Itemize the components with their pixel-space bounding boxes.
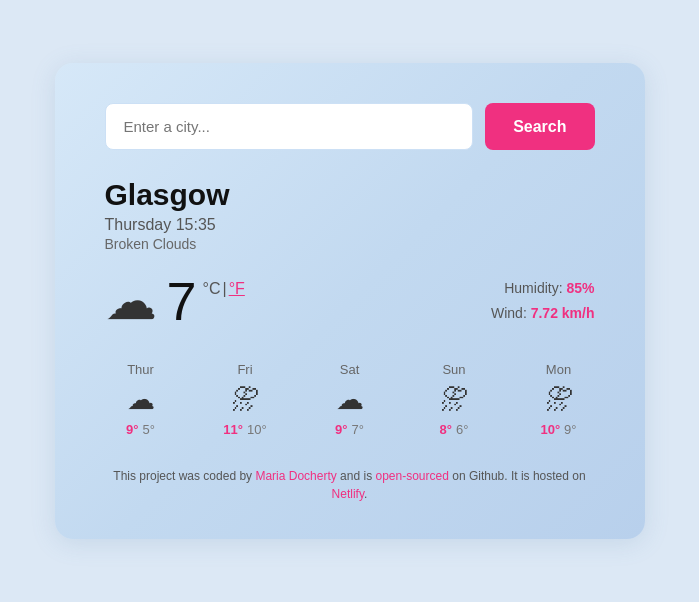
unit-celsius: °C — [203, 280, 221, 298]
city-name: Glasgow — [105, 178, 595, 212]
forecast-temp-low: 10° — [247, 422, 267, 437]
forecast-day: Mon ⛈ 10° 9° — [523, 362, 595, 437]
forecast-temp-low: 9° — [564, 422, 576, 437]
forecast-temp-low: 6° — [456, 422, 468, 437]
search-input[interactable] — [105, 103, 474, 150]
current-left: ☁ 7 °C | °F — [105, 270, 245, 332]
wind-value: 7.72 km/h — [531, 305, 595, 321]
forecast-day-label: Thur — [127, 362, 154, 377]
footer-on-github: on Github. It is hosted on — [449, 469, 586, 483]
forecast-weather-icon: ⛈ — [231, 383, 259, 416]
temp-value: 7 — [167, 270, 197, 332]
forecast-weather-icon: ⛈ — [545, 383, 573, 416]
footer-opensource-link[interactable]: open-sourced — [375, 469, 448, 483]
forecast-row: Thur ☁ 9° 5° Fri ⛈ 11° 10° Sat ☁ 9° 7° S… — [105, 362, 595, 437]
weather-description: Broken Clouds — [105, 236, 595, 252]
wind-row: Wind: 7.72 km/h — [491, 301, 595, 326]
forecast-temps: 8° 6° — [440, 422, 469, 437]
forecast-temp-high: 10° — [540, 422, 560, 437]
wind-label: Wind: — [491, 305, 527, 321]
humidity-row: Humidity: 85% — [491, 276, 595, 301]
footer-suffix: . — [364, 487, 367, 501]
humidity-label: Humidity: — [504, 280, 562, 296]
forecast-temp-low: 5° — [143, 422, 155, 437]
forecast-weather-icon: ⛈ — [440, 383, 468, 416]
app-container: Search Glasgow Thursday 15:35 Broken Clo… — [55, 63, 645, 539]
forecast-weather-icon: ☁ — [336, 383, 364, 416]
search-row: Search — [105, 103, 595, 150]
forecast-day-label: Fri — [237, 362, 252, 377]
forecast-temp-high: 11° — [223, 422, 243, 437]
footer-middle: and is — [337, 469, 376, 483]
footer-netlify-link[interactable]: Netlify — [332, 487, 364, 501]
forecast-day-label: Sun — [442, 362, 465, 377]
footer: This project was coded by Maria Docherty… — [105, 467, 595, 503]
forecast-temps: 9° 5° — [126, 422, 155, 437]
footer-prefix: This project was coded by — [113, 469, 255, 483]
forecast-day: Fri ⛈ 11° 10° — [209, 362, 281, 437]
unit-separator: | — [223, 280, 227, 298]
footer-author-link[interactable]: Maria Docherty — [255, 469, 336, 483]
unit-toggle: °C | °F — [203, 280, 245, 298]
current-weather-icon: ☁ — [105, 275, 157, 327]
forecast-temp-high: 9° — [126, 422, 138, 437]
unit-fahrenheit-link[interactable]: °F — [229, 280, 245, 298]
date-time: Thursday 15:35 — [105, 216, 595, 234]
forecast-temps: 11° 10° — [223, 422, 266, 437]
temperature-display: 7 °C | °F — [167, 270, 245, 332]
forecast-day-label: Mon — [546, 362, 571, 377]
forecast-temp-high: 9° — [335, 422, 347, 437]
forecast-day: Sat ☁ 9° 7° — [314, 362, 386, 437]
forecast-temp-low: 7° — [352, 422, 364, 437]
humidity-value: 85% — [566, 280, 594, 296]
current-weather-row: ☁ 7 °C | °F Humidity: 85% Wind: 7.72 km/… — [105, 270, 595, 332]
forecast-day: Sun ⛈ 8° 6° — [418, 362, 490, 437]
forecast-temps: 10° 9° — [540, 422, 576, 437]
forecast-day-label: Sat — [340, 362, 360, 377]
current-stats: Humidity: 85% Wind: 7.72 km/h — [491, 276, 595, 326]
forecast-temp-high: 8° — [440, 422, 452, 437]
forecast-temps: 9° 7° — [335, 422, 364, 437]
forecast-weather-icon: ☁ — [127, 383, 155, 416]
search-button[interactable]: Search — [485, 103, 594, 150]
forecast-day: Thur ☁ 9° 5° — [105, 362, 177, 437]
